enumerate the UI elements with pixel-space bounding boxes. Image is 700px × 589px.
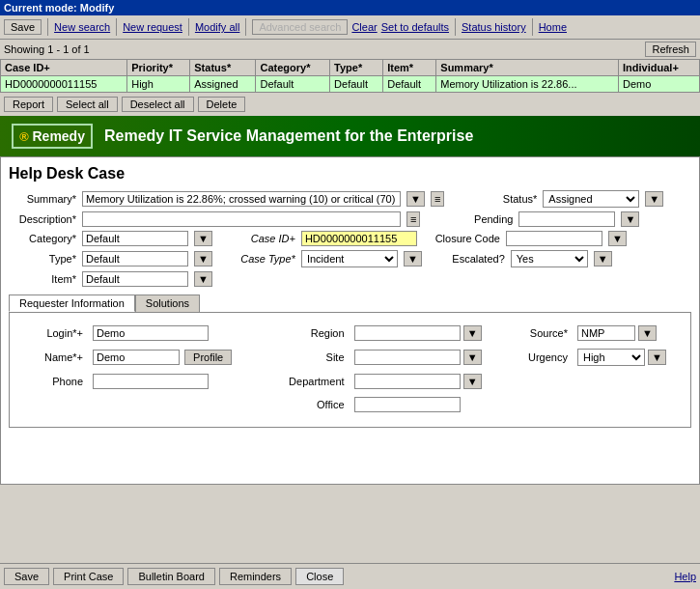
col-category[interactable]: Category* (256, 60, 330, 76)
cell-category: Default (256, 76, 330, 93)
source-cell: ▼ (574, 323, 681, 344)
status-dropdown-button[interactable]: ▼ (645, 191, 663, 207)
print-case-button[interactable]: Print Case (53, 568, 124, 585)
item-input[interactable] (82, 271, 188, 287)
name-row: Name*+ Profile Site ▼ Urgency High ▼ (19, 346, 681, 369)
col-item[interactable]: Item* (383, 60, 436, 76)
escalated-label: Escalated? (437, 253, 505, 265)
close-button[interactable]: Close (295, 568, 344, 585)
source-dropdown-button[interactable]: ▼ (638, 325, 657, 341)
urgency-dropdown-button[interactable]: ▼ (648, 350, 666, 365)
login-input[interactable] (93, 325, 209, 341)
toolbar-sep-5 (455, 18, 456, 36)
escalated-select[interactable]: Yes (511, 250, 588, 267)
case-type-select[interactable]: Incident (301, 250, 398, 267)
site-dropdown-button[interactable]: ▼ (463, 350, 482, 365)
region-dropdown-button[interactable]: ▼ (463, 325, 482, 341)
refresh-button[interactable]: Refresh (645, 42, 696, 57)
description-options-button[interactable]: ≡ (406, 211, 420, 227)
office-input[interactable] (354, 397, 461, 412)
summary-expand-button[interactable]: ▼ (406, 191, 425, 207)
col-priority[interactable]: Priority* (127, 60, 190, 76)
tab-solutions[interactable]: Solutions (135, 294, 200, 312)
deselect-all-button[interactable]: Deselect all (122, 97, 194, 112)
modify-all-link[interactable]: Modify all (195, 21, 239, 33)
report-button[interactable]: Report (4, 97, 53, 112)
action-row: Report Select all Deselect all Delete (0, 93, 700, 116)
closure-code-input[interactable] (506, 231, 602, 246)
region-label: Region (285, 323, 348, 344)
pending-label: Pending (445, 213, 513, 225)
category-label: Category* (9, 233, 76, 244)
description-input[interactable] (82, 211, 401, 227)
urgency-select[interactable]: High (577, 349, 645, 366)
closure-code-dropdown-button[interactable]: ▼ (608, 231, 627, 246)
toolbar: Save New search New request Modify all A… (0, 15, 700, 40)
category-row: Category* ▼ Case ID+ Closure Code ▼ (9, 231, 691, 246)
department-input[interactable] (354, 374, 461, 389)
bottom-bar: Save Print Case Bulletin Board Reminders… (0, 563, 700, 589)
source-input[interactable] (577, 325, 635, 341)
site-input[interactable] (354, 350, 461, 365)
cell-status: Assigned (190, 76, 256, 93)
phone-label: Phone (19, 371, 87, 392)
phone-input[interactable] (93, 374, 209, 389)
item-label: Item* (9, 273, 76, 285)
type-input[interactable] (82, 251, 188, 266)
col-case-id[interactable]: Case ID+ (1, 60, 127, 76)
toolbar-sep-2 (116, 18, 117, 36)
col-summary[interactable]: Summary* (436, 60, 619, 76)
name-input[interactable] (93, 350, 180, 365)
toolbar-sep-3 (188, 18, 189, 36)
type-dropdown-button[interactable]: ▼ (194, 251, 212, 266)
region-input[interactable] (354, 325, 461, 341)
phone-row: Phone Department ▼ (19, 371, 681, 392)
description-label: Description* (9, 213, 76, 225)
select-all-button[interactable]: Select all (57, 97, 118, 112)
reminders-button[interactable]: Reminders (219, 568, 292, 585)
clear-link[interactable]: Clear (351, 21, 377, 33)
status-select[interactable]: Assigned (543, 190, 639, 208)
delete-button[interactable]: Delete (198, 97, 246, 112)
cell-priority: High (127, 76, 190, 93)
tab-requester[interactable]: Requester Information (9, 294, 135, 312)
col-individual[interactable]: Individual+ (619, 60, 700, 76)
save-button[interactable]: Save (4, 19, 42, 35)
item-dropdown-button[interactable]: ▼ (194, 271, 212, 287)
tab-content: Login*+ Region ▼ Source* ▼ Name*+ (9, 312, 691, 428)
set-defaults-link[interactable]: Set to defaults (381, 21, 449, 33)
cell-type: Default (330, 76, 383, 93)
summary-input[interactable] (82, 191, 401, 207)
form-title: Help Desk Case (9, 165, 691, 182)
escalated-dropdown-button[interactable]: ▼ (594, 251, 612, 266)
bottom-save-button[interactable]: Save (4, 568, 49, 585)
col-status[interactable]: Status* (190, 60, 256, 76)
cell-individual: Demo (619, 76, 700, 93)
case-type-dropdown-button[interactable]: ▼ (404, 251, 422, 266)
bulletin-board-button[interactable]: Bulletin Board (127, 568, 215, 585)
col-type[interactable]: Type* (330, 60, 383, 76)
toolbar-sep-1 (47, 18, 48, 36)
summary-options-button[interactable]: ≡ (431, 191, 444, 207)
type-row: Type* ▼ Case Type* Incident ▼ Escalated?… (9, 250, 691, 267)
help-link[interactable]: Help (674, 571, 696, 582)
home-link[interactable]: Home (539, 21, 567, 33)
pending-dropdown-button[interactable]: ▼ (621, 211, 639, 227)
new-request-link[interactable]: New request (123, 21, 182, 33)
category-input[interactable] (82, 231, 188, 246)
department-dropdown-button[interactable]: ▼ (463, 374, 482, 389)
table-row[interactable]: HD0000000011155 High Assigned Default De… (1, 76, 700, 93)
site-label: Site (285, 346, 348, 369)
profile-button[interactable]: Profile (184, 350, 232, 365)
top-bar: Current mode: Modify (0, 0, 700, 15)
department-cell: ▼ (350, 371, 500, 392)
case-id-label: Case ID+ (228, 233, 295, 244)
category-dropdown-button[interactable]: ▼ (194, 231, 212, 246)
cell-item: Default (383, 76, 436, 93)
name-label: Name*+ (19, 346, 87, 369)
description-row: Description* ≡ Pending ▼ (9, 211, 691, 227)
pending-input[interactable] (518, 211, 615, 227)
closure-code-label: Closure Code (433, 233, 500, 244)
status-history-link[interactable]: Status history (462, 21, 526, 33)
new-search-link[interactable]: New search (54, 21, 110, 33)
